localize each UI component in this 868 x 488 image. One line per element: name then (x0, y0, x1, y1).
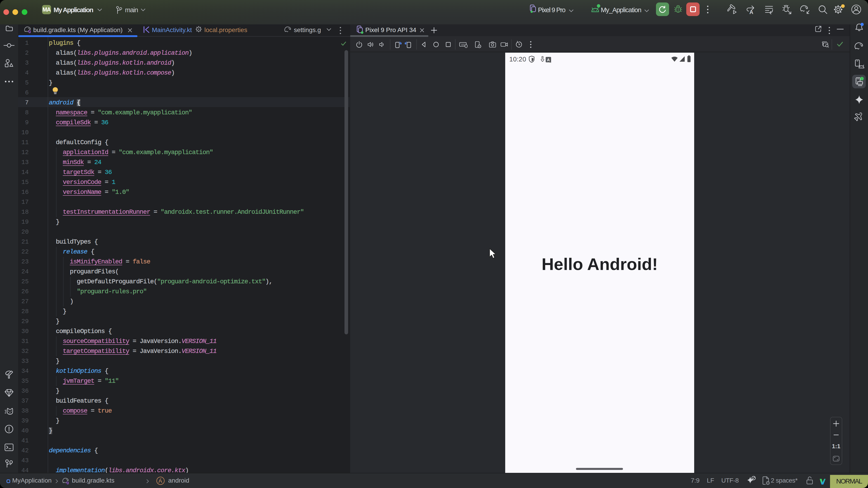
svg-text:A: A (749, 9, 753, 15)
svg-text:A: A (547, 58, 550, 62)
